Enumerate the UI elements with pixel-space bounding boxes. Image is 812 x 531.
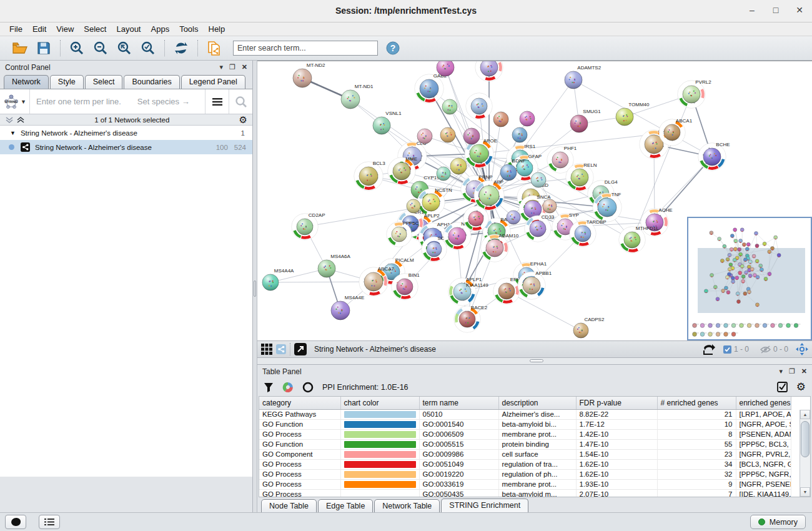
graph-node[interactable] (493, 112, 508, 127)
table-row[interactable]: GO ProcessGO:0050435beta-amyloid m...2.0… (259, 489, 791, 497)
save-session-button[interactable] (35, 39, 52, 57)
graph-node-pvrl2[interactable]: PVRL2 (678, 79, 711, 108)
tab-network[interactable]: Network (4, 75, 49, 89)
panel-menu-icon[interactable]: ▾ (219, 63, 223, 71)
search-input[interactable] (233, 41, 378, 56)
graph-node-ms4a4a[interactable]: MS4A4A (262, 268, 294, 290)
table-row[interactable]: GO FunctionGO:0001540beta-amyloid bi...1… (259, 419, 791, 429)
column-header[interactable]: enriched genes (736, 397, 791, 409)
graph-node[interactable] (507, 211, 520, 224)
maximize-button[interactable]: □ (771, 5, 781, 15)
menu-apps[interactable]: Apps (147, 23, 174, 35)
tab-style[interactable]: Style (50, 75, 84, 89)
grid-view-icon[interactable] (261, 344, 272, 355)
close-panel-icon[interactable]: ✕ (801, 367, 807, 375)
scrollbar-thumb[interactable] (801, 421, 810, 457)
float-panel-icon[interactable]: ❐ (229, 63, 235, 71)
horizontal-splitter[interactable] (257, 358, 812, 364)
graph-node-ache[interactable]: ACHE (641, 207, 673, 236)
graph-node[interactable] (531, 172, 546, 187)
refresh-button[interactable] (172, 39, 190, 57)
zoom-selected-button[interactable] (139, 39, 157, 57)
table-settings-gear-icon[interactable]: ⚙ (796, 380, 806, 394)
menu-view[interactable]: View (52, 23, 78, 35)
tab-legend-panel[interactable]: Legend Panel (181, 75, 245, 89)
network-options-gear-icon[interactable]: ⚙ (239, 114, 247, 126)
table-row[interactable]: GO ProcessGO:0051049regulation of tra...… (259, 459, 791, 469)
menu-select[interactable]: Select (79, 23, 111, 35)
column-header[interactable]: term name (419, 397, 498, 409)
menu-help[interactable]: Help (204, 23, 230, 35)
graph-node-cadps2[interactable]: CADPS2 (573, 317, 605, 338)
set-species-label[interactable]: Set species → (137, 97, 190, 106)
graph-node[interactable] (543, 199, 557, 213)
column-header[interactable]: category (259, 397, 340, 409)
memory-button[interactable]: Memory (750, 515, 806, 529)
task-list-button[interactable] (39, 515, 60, 529)
expand-all-icon[interactable] (16, 116, 25, 124)
string-database-selector[interactable]: STRING ▼ (0, 89, 30, 114)
column-header[interactable]: # enriched genes (657, 397, 736, 409)
scroll-up-arrow[interactable]: ▲ (800, 410, 810, 419)
detach-view-icon[interactable] (294, 343, 307, 355)
pan-crosshair-icon[interactable] (796, 343, 808, 355)
tab-network-table[interactable]: Network Table (374, 499, 440, 514)
help-button[interactable]: ? (384, 39, 402, 57)
column-header[interactable]: chart color (340, 397, 419, 409)
tree-expand-icon[interactable]: ▼ (10, 130, 16, 136)
zoom-in-button[interactable] (68, 39, 86, 57)
table-row[interactable]: GO ComponentGO:0009986cell surface1.54E-… (259, 449, 791, 459)
graph-node[interactable] (437, 61, 454, 76)
graph-node-tardbp[interactable]: TARDBP (570, 219, 607, 247)
graph-node-smug1[interactable]: SMUG1 (570, 109, 601, 132)
graph-node-vsnl1[interactable]: VSNL1 (373, 111, 402, 134)
graph-node[interactable] (520, 111, 535, 126)
birdseye-navigator[interactable] (687, 217, 812, 340)
menu-layout[interactable]: Layout (112, 23, 145, 35)
donut-chart-icon[interactable] (282, 382, 294, 393)
network-row-selected[interactable]: String Network - Alzheimer's disease 100… (0, 140, 252, 154)
graph-node[interactable] (417, 129, 432, 144)
string-query-input[interactable]: Enter one term per line. Set species → (30, 89, 205, 114)
export-network-icon[interactable] (702, 343, 716, 355)
graph-node[interactable] (475, 61, 503, 81)
column-header[interactable]: description (498, 397, 576, 409)
graph-node[interactable] (466, 93, 492, 119)
string-options-button[interactable] (205, 89, 229, 114)
zoom-fit-button[interactable] (116, 39, 133, 57)
graph-node-bche[interactable]: BCHE (698, 142, 730, 171)
copy-network-button[interactable] (205, 39, 223, 57)
graph-node[interactable] (450, 158, 467, 174)
menu-file[interactable]: File (5, 23, 27, 35)
menu-edit[interactable]: Edit (28, 23, 51, 35)
filter-icon[interactable] (264, 382, 274, 392)
table-row[interactable]: GO ProcessGO:0019220regulation of ph...1… (259, 469, 791, 479)
tab-select[interactable]: Select (85, 75, 123, 89)
graph-node[interactable] (463, 128, 480, 144)
table-row[interactable]: GO FunctionGO:0005515protein binding1.47… (259, 439, 791, 449)
table-scrollbar[interactable]: ▲ ▼ (800, 410, 810, 497)
graph-node[interactable] (463, 206, 488, 231)
share-view-icon[interactable] (276, 344, 286, 354)
graph-node[interactable] (442, 99, 457, 114)
table-row[interactable]: GO ProcessGO:0033619membrane prot...1.93… (259, 479, 791, 489)
graph-node[interactable] (512, 127, 527, 142)
graph-node-mme[interactable]: MME (388, 156, 417, 185)
select-all-checkbox-icon[interactable] (777, 382, 788, 392)
string-search-button[interactable] (229, 89, 252, 114)
graph-node-aplp1[interactable]: APLP1KIAA1149 (448, 277, 488, 305)
graph-node-mt-nd1[interactable]: MT-ND1 (341, 84, 374, 109)
tab-string-enrichment[interactable]: STRING Enrichment (441, 499, 528, 513)
close-panel-icon[interactable]: ✕ (242, 63, 247, 71)
graph-node-bace2[interactable]: BACE2 (454, 305, 488, 332)
collapse-all-icon[interactable] (5, 116, 14, 124)
float-panel-icon[interactable]: ❐ (789, 367, 795, 375)
menu-tools[interactable]: Tools (175, 23, 202, 35)
graph-node-cd2ap[interactable]: CD2AP (292, 212, 325, 240)
scroll-down-arrow[interactable]: ▼ (800, 487, 810, 497)
graph-node-apbb1[interactable]: APBB1 (518, 270, 552, 299)
close-button[interactable]: ✕ (795, 5, 805, 15)
graph-node[interactable] (407, 199, 420, 213)
tab-edge-table[interactable]: Edge Table (318, 499, 373, 514)
graph-node[interactable] (437, 167, 450, 181)
